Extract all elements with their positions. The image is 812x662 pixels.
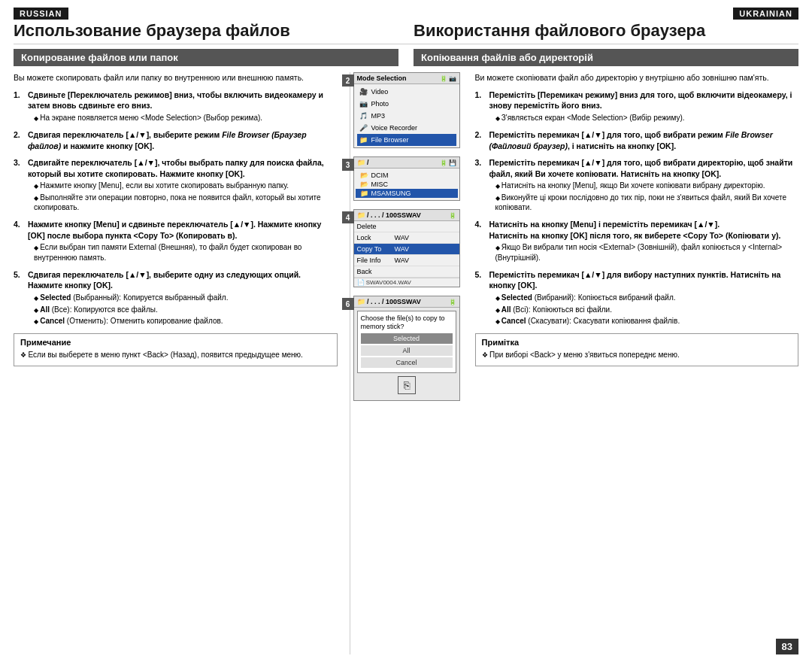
step-num: 2. [475,129,487,151]
step-right-1: 1. Перемістіть [Перемикач режиму] вниз д… [475,90,799,125]
lang-label-ukrainian: UKRAINIAN [733,8,798,20]
sub-bullets: Якщо Ви вибрали тип носія <External> (Зо… [495,242,799,262]
folder-icon: 📁 [359,135,368,144]
menu-item-photo: 📷 Photo [357,98,456,110]
step-num: 1. [475,90,487,125]
screen-4: 4 📁 / . . . / 100SSWAV 🔋 Delete Lock WAV [353,209,460,287]
step-content: Нажмите кнопку [Menu] и сдвиньте переклю… [28,219,338,264]
extra-file: 📄 SWAV0004.WAV [354,278,459,287]
screen-6: 6 📁 / . . . / 100SSWAV 🔋 Choose the file… [353,296,460,401]
screen-body-2: 🎥 Video 📷 Photo 🎵 MP3 🎤 Voice Recorder [354,84,459,147]
screen-icons: 🔋 📷 [440,75,456,82]
folder-dcim: 📂 DCIM [356,171,458,180]
menu-item-filebrowser: 📁 File Browser [357,134,456,146]
step-num: 4. [14,219,26,264]
page-number: 83 [776,639,798,654]
screen-header-4: 📁 / . . . / 100SSWAV 🔋 [354,210,459,221]
step-left-2: 2. Сдвигая переключатель [▲/▼], выберите… [14,129,338,151]
step-num: 1. [14,90,26,125]
screen-body-3: 📂 DCIM 📂 MISC 📁 MSAMSUNG [354,169,459,200]
step-content: Перемістіть [Перемикач режиму] вниз для … [489,90,799,125]
lang-label-russian: RUSSIAN [14,8,68,20]
screen-icons-4: 🔋 [449,212,456,219]
copy-icon-row: ⎘ [357,373,456,397]
step-num: 4. [475,219,487,264]
note-box-left: Примечание Если вы выберете в меню пункт… [14,333,338,366]
screen-icons-3: 🔋 💾 [440,159,456,166]
step-num: 3. [475,157,487,214]
step-right-5: 5. Перемістіть перемикач [▲/▼] для вибор… [475,269,799,328]
step-left-1: 1. Сдвиньте [Переключатель режимов] вниз… [14,90,338,125]
steps-left: 1. Сдвиньте [Переключатель режимов] вниз… [14,90,338,328]
title-right: Використання файлового браузера [398,21,798,41]
step-num: 2. [14,129,26,151]
step-num: 3. [14,157,26,214]
step-right-3: 3. Перемістіть перемикач [▲/▼] для того,… [475,157,799,214]
intro-right: Ви можете скопіювати файл або директорію… [475,72,799,84]
section-header-left: Копирование файлов или папок [14,49,398,66]
sub-bullets: Если выбран тип памяти External (Внешняя… [34,242,338,262]
step-content: Сдвигая переключатель [▲/▼], выберите ре… [28,129,338,151]
screen-body-4: Delete Lock WAV Copy To WAV File Info WA… [354,221,459,287]
screen-num-2: 2 [342,74,354,87]
step-content: Сдвигайте переключатель [▲/▼], чтобы выб… [28,157,338,214]
section-header-right: Копіювання файлів або директорій [414,49,798,66]
sub-bullets: З'являється екран <Mode Selection> (Вибі… [495,113,799,123]
note-content-left: Если вы выберете в меню пункт <Back> (На… [20,350,331,360]
step-content: Натисніть на кнопку [Menu] і перемістіть… [489,219,799,264]
titles-row: Использование браузера файлов Використан… [14,21,798,44]
mic-icon: 🎤 [359,123,368,132]
screen-2: 2 Mode Selection 🔋 📷 🎥 Video 📷 P [353,72,460,148]
action-copyto: Copy To WAV [354,244,459,255]
screen-body-6: Choose the file(s) to copy to memory sti… [354,308,459,400]
lang-bar: RUSSIAN UKRAINIAN [14,8,798,20]
screen-icons-6: 🔋 [449,299,456,305]
note-title-right: Примітка [482,338,792,347]
menu-item-voice: 🎤 Voice Recorder [357,122,456,134]
choose-box: Choose the file(s) to copy to memory sti… [357,311,456,373]
note-title-left: Примечание [20,338,331,347]
step-num: 5. [14,269,26,328]
action-delete: Delete [354,221,459,232]
action-fileinfo: File Info WAV [354,255,459,266]
screen-num-3: 3 [342,159,354,171]
step-content: Сдвигая переключатель [▲/▼], выберите од… [28,269,338,328]
screen-header-2: Mode Selection 🔋 📷 [354,73,459,84]
sub-bullets: На экране появляется меню <Mode Selectio… [34,113,338,123]
option-all: All [361,345,453,356]
video-icon: 🎥 [359,87,368,96]
step-left-4: 4. Нажмите кнопку [Menu] и сдвиньте пере… [14,219,338,264]
screen-3: 3 📁 / 🔋 💾 📂 DCIM 📂 MISC [353,156,460,201]
step-content: Сдвиньте [Переключатель режимов] вниз, ч… [28,90,338,125]
option-cancel: Cancel [361,357,453,368]
step-num: 5. [475,269,487,328]
intro-left: Вы можете скопировать файл или папку во … [14,72,338,84]
step-right-2: 2. Перемістіть перемикач [▲/▼] для того,… [475,129,799,151]
folder-msamsung: 📁 MSAMSUNG [356,189,458,198]
music-icon: 🎵 [359,111,368,120]
copy-icon: ⎘ [398,376,416,394]
folder-misc: 📂 MISC [356,180,458,189]
choose-title: Choose the file(s) to copy to memory sti… [361,314,453,331]
photo-icon: 📷 [359,99,368,108]
steps-right: 1. Перемістіть [Перемикач режиму] вниз д… [475,90,799,328]
page: RUSSIAN UKRAINIAN Использование браузера… [0,0,812,662]
screen-header-3: 📁 / 🔋 💾 [354,157,459,169]
screen-num-6: 6 [342,298,354,310]
action-lock: Lock WAV [354,232,459,244]
note-content-right: При виборі <Back> у меню з'явиться попер… [482,350,792,360]
step-right-4: 4. Натисніть на кнопку [Menu] і переміст… [475,219,799,264]
sub-bullets: Нажмите кнопку [Menu], если вы хотите ск… [34,181,338,212]
note-box-right: Примітка При виборі <Back> у меню з'явит… [475,333,799,366]
sub-bullets: Selected (Выбранный): Копируется выбранн… [34,293,338,326]
sub-bullets: Selected (Вибраний): Копіюється вибраний… [495,293,799,326]
screen-num-4: 4 [342,211,354,223]
title-left: Использование браузера файлов [14,21,398,41]
step-content: Перемістіть перемикач [▲/▼] для того, що… [489,157,799,214]
right-column: Ви можете скопіювати файл або директорію… [463,72,799,654]
screenshots-column: 2 Mode Selection 🔋 📷 🎥 Video 📷 P [350,72,463,654]
option-selected: Selected [361,333,453,344]
screen-header-6: 📁 / . . . / 100SSWAV 🔋 [354,296,459,308]
action-back: Back [354,266,459,278]
step-content: Перемістіть перемикач [▲/▼] для вибору н… [489,269,799,328]
